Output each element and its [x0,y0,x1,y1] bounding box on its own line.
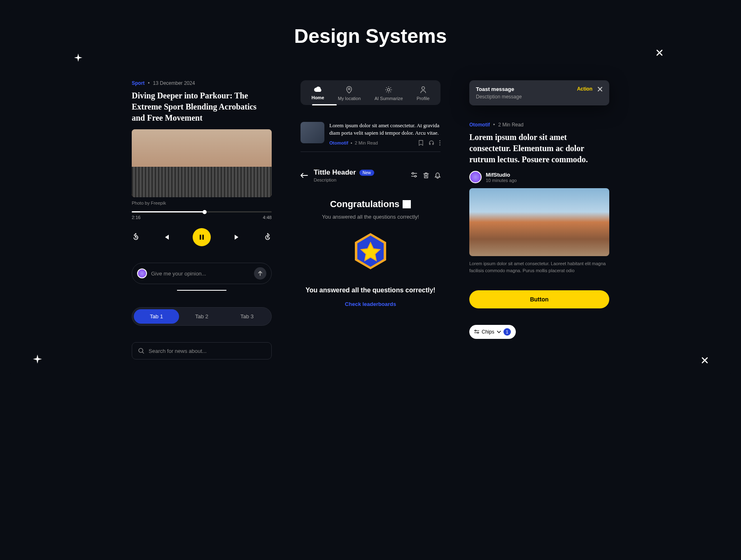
navbar: Home My location AI Summarize Profile [301,80,440,105]
svg-rect-1 [200,235,201,240]
filter-icon[interactable] [411,172,417,179]
article-date: 13 December 2024 [153,80,195,86]
image-caption: Photo by Freepik [132,201,272,205]
tabs: Tab 1 Tab 2 Tab 3 [132,307,272,326]
toast-action[interactable]: Action [577,86,592,92]
page-title: Design Systems [33,25,708,47]
svg-point-10 [439,145,440,146]
nav-location[interactable]: My location [338,86,361,101]
nav-home[interactable]: Home [312,86,324,101]
article-excerpt: Lorem ipsum dolor sit amet consectetur. … [469,260,609,274]
primary-button[interactable]: Button [469,290,609,308]
rewind-10-button[interactable]: 10 [132,233,140,241]
nav-label: Profile [417,96,429,101]
svg-text:10: 10 [135,236,138,239]
new-badge: New [359,170,374,176]
more-icon[interactable] [439,140,440,146]
previous-track-button[interactable] [163,233,170,241]
nav-label: My location [338,96,361,101]
svg-point-12 [415,175,416,177]
search-icon [138,348,144,354]
tab-2[interactable]: Tab 2 [179,309,224,324]
svg-text:10: 10 [267,236,270,239]
header-title: Tittle Header [314,168,356,177]
search-row [132,342,272,359]
cloud-icon [314,86,322,93]
congrats-card: Congratulations You answered all the que… [301,199,440,307]
toast: Toast message Desctiption message Action [469,80,609,105]
chat-input[interactable] [151,271,250,277]
achievement-badge [352,232,389,273]
chip-label: Chips [482,329,494,335]
forward-10-button[interactable]: 10 [263,233,272,241]
pause-button[interactable] [193,228,211,246]
sparkle-icon [33,355,42,364]
nav-indicator [312,104,337,105]
category-link[interactable]: Otomotif [329,140,348,145]
nav-label: Home [312,95,324,100]
filter-icon [474,330,479,334]
list-thumbnail [301,122,324,143]
close-icon[interactable] [597,86,603,92]
nav-label: AI Summarize [375,96,403,101]
nav-profile[interactable]: Profile [417,86,429,101]
avatar [137,268,147,278]
tab-1[interactable]: Tab 1 [134,309,179,324]
svg-point-8 [439,140,440,142]
svg-rect-2 [203,235,204,240]
header-description: Description [314,177,374,182]
article-card: Otomotif • 2 Min Read Lorem ipsum dolor … [469,122,609,274]
svg-point-14 [478,332,479,334]
search-input[interactable] [149,348,266,354]
send-button[interactable] [254,267,266,280]
underline-decoration [177,290,226,291]
progress-bar[interactable] [132,211,272,212]
separator-dot: • [148,80,149,86]
filter-chip[interactable]: Chips 1 [469,325,516,339]
publish-time: 10 minutes ago [486,178,517,183]
separator-dot: • [493,122,495,128]
bell-icon[interactable] [435,172,440,179]
toast-description: Desctiption message [476,94,577,100]
tab-3[interactable]: Tab 3 [224,309,270,324]
article-image [132,129,272,197]
svg-point-7 [422,87,424,90]
svg-point-5 [348,88,350,90]
svg-point-11 [412,173,414,174]
chevron-down-icon [497,331,501,333]
headphones-icon[interactable] [429,140,434,146]
article-card: Sport • 13 December 2024 Diving Deeper i… [132,80,272,246]
audio-player: 2:16 4:48 10 [132,211,272,246]
duration-time: 4:48 [263,215,272,220]
nav-ai[interactable]: AI Summarize [375,86,403,101]
chat-input-row [132,263,272,284]
elapsed-time: 2:16 [132,215,140,220]
category-link[interactable]: Sport [132,80,144,86]
emoji-placeholder [403,200,411,208]
user-icon [420,86,426,93]
congrats-title: Congratulations [330,199,400,210]
category-link[interactable]: Otomotif [469,122,490,128]
article-title: Diving Deeper into Parkour: The Extreme … [132,90,272,124]
avatar [469,171,482,183]
svg-point-13 [475,330,476,331]
bookmark-icon[interactable] [418,140,424,146]
leaderboards-link[interactable]: Check leaderboards [345,301,396,307]
article-title: Lorem ipsum dolor sit amet consectetur. … [469,132,609,165]
author-name: MifStudio [486,172,517,178]
sparkle-icon [74,54,82,62]
next-track-button[interactable] [233,233,241,241]
trash-icon[interactable] [423,172,429,179]
separator-dot: • [351,140,352,145]
toast-title: Toast message [476,86,577,92]
close-icon[interactable] [656,49,663,56]
list-item[interactable]: Lorem ipsum dolor sit amet consectetur. … [301,122,440,152]
location-icon [346,86,352,93]
close-icon[interactable] [701,357,708,364]
read-time: 2 Min Read [498,122,523,128]
gear-icon [385,86,392,93]
back-icon[interactable] [301,173,308,178]
read-time: 2 Min Read [355,140,378,145]
article-image [469,188,609,256]
svg-point-9 [439,142,440,144]
